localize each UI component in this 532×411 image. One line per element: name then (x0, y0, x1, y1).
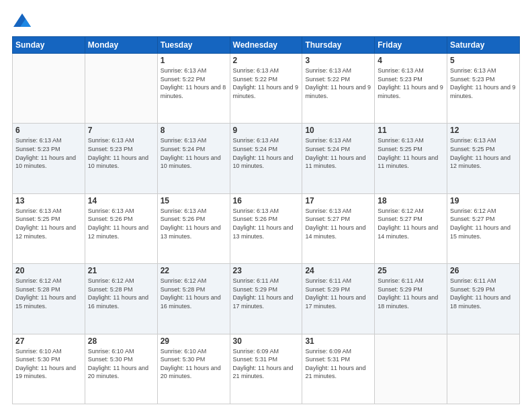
day-info: Sunrise: 6:12 AMSunset: 5:27 PMDaylight:… (378, 207, 444, 240)
logo (12, 12, 35, 31)
day-info: Sunrise: 6:10 AMSunset: 5:30 PMDaylight:… (161, 347, 227, 381)
day-info: Sunrise: 6:10 AMSunset: 5:30 PMDaylight:… (88, 347, 154, 381)
day-info: Sunrise: 6:13 AMSunset: 5:23 PMDaylight:… (15, 136, 82, 170)
calendar-cell: 25Sunrise: 6:11 AMSunset: 5:29 PMDayligh… (375, 264, 447, 334)
day-number: 31 (305, 336, 371, 346)
day-number: 27 (15, 336, 82, 346)
day-info: Sunrise: 6:13 AMSunset: 5:23 PMDaylight:… (450, 66, 517, 100)
logo-icon (12, 12, 32, 31)
calendar-cell (13, 54, 85, 124)
day-info: Sunrise: 6:13 AMSunset: 5:22 PMDaylight:… (161, 66, 227, 100)
day-number: 15 (161, 196, 227, 205)
day-info: Sunrise: 6:13 AMSunset: 5:24 PMDaylight:… (305, 136, 371, 170)
calendar-cell: 11Sunrise: 6:13 AMSunset: 5:25 PMDayligh… (375, 124, 447, 193)
day-info: Sunrise: 6:13 AMSunset: 5:22 PMDaylight:… (305, 66, 371, 100)
day-info: Sunrise: 6:09 AMSunset: 5:31 PMDaylight:… (305, 347, 371, 381)
day-info: Sunrise: 6:09 AMSunset: 5:31 PMDaylight:… (233, 347, 300, 381)
day-number: 19 (450, 196, 517, 205)
day-number: 22 (161, 266, 227, 275)
calendar-cell: 9Sunrise: 6:13 AMSunset: 5:24 PMDaylight… (230, 124, 302, 193)
calendar-header-monday: Monday (85, 37, 157, 54)
day-number: 24 (305, 266, 371, 275)
calendar-cell: 21Sunrise: 6:12 AMSunset: 5:28 PMDayligh… (85, 264, 157, 334)
calendar-header-saturday: Saturday (447, 37, 520, 54)
calendar-cell: 20Sunrise: 6:12 AMSunset: 5:28 PMDayligh… (13, 264, 85, 334)
day-info: Sunrise: 6:13 AMSunset: 5:25 PMDaylight:… (378, 136, 444, 170)
calendar-week-5: 27Sunrise: 6:10 AMSunset: 5:30 PMDayligh… (13, 334, 520, 404)
calendar-cell: 2Sunrise: 6:13 AMSunset: 5:22 PMDaylight… (230, 54, 302, 124)
day-number: 20 (15, 266, 82, 275)
day-info: Sunrise: 6:10 AMSunset: 5:30 PMDaylight:… (15, 347, 82, 381)
day-info: Sunrise: 6:13 AMSunset: 5:26 PMDaylight:… (161, 207, 227, 240)
day-info: Sunrise: 6:13 AMSunset: 5:22 PMDaylight:… (233, 66, 300, 100)
day-number: 10 (305, 126, 371, 135)
day-info: Sunrise: 6:12 AMSunset: 5:28 PMDaylight:… (15, 277, 82, 310)
day-number: 30 (233, 336, 300, 346)
calendar-cell: 26Sunrise: 6:11 AMSunset: 5:29 PMDayligh… (447, 264, 520, 334)
day-number: 26 (450, 266, 517, 275)
day-info: Sunrise: 6:13 AMSunset: 5:26 PMDaylight:… (233, 207, 300, 240)
calendar-cell (85, 54, 157, 124)
day-number: 21 (88, 266, 154, 275)
day-number: 12 (450, 126, 517, 135)
calendar-week-3: 13Sunrise: 6:13 AMSunset: 5:25 PMDayligh… (13, 193, 520, 263)
day-info: Sunrise: 6:12 AMSunset: 5:28 PMDaylight:… (88, 277, 154, 310)
calendar-week-1: 1Sunrise: 6:13 AMSunset: 5:22 PMDaylight… (13, 54, 520, 124)
calendar-cell: 1Sunrise: 6:13 AMSunset: 5:22 PMDaylight… (157, 54, 230, 124)
calendar-cell (447, 334, 520, 404)
day-number: 14 (88, 196, 154, 205)
day-number: 25 (378, 266, 444, 275)
calendar-cell: 13Sunrise: 6:13 AMSunset: 5:25 PMDayligh… (13, 193, 85, 263)
calendar-cell (375, 334, 447, 404)
calendar-cell: 10Sunrise: 6:13 AMSunset: 5:24 PMDayligh… (302, 124, 375, 193)
calendar-week-2: 6Sunrise: 6:13 AMSunset: 5:23 PMDaylight… (13, 124, 520, 193)
page: SundayMondayTuesdayWednesdayThursdayFrid… (0, 0, 532, 411)
calendar-header-row: SundayMondayTuesdayWednesdayThursdayFrid… (13, 37, 520, 54)
calendar-cell: 30Sunrise: 6:09 AMSunset: 5:31 PMDayligh… (230, 334, 302, 404)
calendar-header-sunday: Sunday (13, 37, 85, 54)
calendar-cell: 5Sunrise: 6:13 AMSunset: 5:23 PMDaylight… (447, 54, 520, 124)
calendar-cell: 3Sunrise: 6:13 AMSunset: 5:22 PMDaylight… (302, 54, 375, 124)
day-number: 1 (161, 56, 227, 65)
day-number: 9 (233, 126, 300, 135)
calendar-cell: 23Sunrise: 6:11 AMSunset: 5:29 PMDayligh… (230, 264, 302, 334)
calendar-week-4: 20Sunrise: 6:12 AMSunset: 5:28 PMDayligh… (13, 264, 520, 334)
day-number: 3 (305, 56, 371, 65)
day-number: 5 (450, 56, 517, 65)
day-number: 13 (15, 196, 82, 205)
calendar-cell: 12Sunrise: 6:13 AMSunset: 5:25 PMDayligh… (447, 124, 520, 193)
calendar-cell: 24Sunrise: 6:11 AMSunset: 5:29 PMDayligh… (302, 264, 375, 334)
day-info: Sunrise: 6:13 AMSunset: 5:24 PMDaylight:… (161, 136, 227, 170)
calendar-cell: 18Sunrise: 6:12 AMSunset: 5:27 PMDayligh… (375, 193, 447, 263)
day-number: 4 (378, 56, 444, 65)
calendar-cell: 14Sunrise: 6:13 AMSunset: 5:26 PMDayligh… (85, 193, 157, 263)
calendar-cell: 28Sunrise: 6:10 AMSunset: 5:30 PMDayligh… (85, 334, 157, 404)
day-info: Sunrise: 6:11 AMSunset: 5:29 PMDaylight:… (450, 277, 517, 310)
calendar-header-friday: Friday (375, 37, 447, 54)
day-info: Sunrise: 6:12 AMSunset: 5:28 PMDaylight:… (161, 277, 227, 310)
calendar-cell: 29Sunrise: 6:10 AMSunset: 5:30 PMDayligh… (157, 334, 230, 404)
calendar-cell: 8Sunrise: 6:13 AMSunset: 5:24 PMDaylight… (157, 124, 230, 193)
calendar-cell: 22Sunrise: 6:12 AMSunset: 5:28 PMDayligh… (157, 264, 230, 334)
calendar-header-tuesday: Tuesday (157, 37, 230, 54)
calendar-table: SundayMondayTuesdayWednesdayThursdayFrid… (12, 36, 520, 404)
day-number: 18 (378, 196, 444, 205)
day-info: Sunrise: 6:13 AMSunset: 5:26 PMDaylight:… (88, 207, 154, 240)
calendar-cell: 6Sunrise: 6:13 AMSunset: 5:23 PMDaylight… (13, 124, 85, 193)
day-number: 16 (233, 196, 300, 205)
day-info: Sunrise: 6:11 AMSunset: 5:29 PMDaylight:… (233, 277, 300, 310)
calendar-cell: 16Sunrise: 6:13 AMSunset: 5:26 PMDayligh… (230, 193, 302, 263)
day-number: 11 (378, 126, 444, 135)
day-info: Sunrise: 6:13 AMSunset: 5:25 PMDaylight:… (450, 136, 517, 170)
calendar-header-wednesday: Wednesday (230, 37, 302, 54)
day-info: Sunrise: 6:11 AMSunset: 5:29 PMDaylight:… (305, 277, 371, 310)
day-number: 2 (233, 56, 300, 65)
day-info: Sunrise: 6:11 AMSunset: 5:29 PMDaylight:… (378, 277, 444, 310)
day-number: 29 (161, 336, 227, 346)
day-info: Sunrise: 6:13 AMSunset: 5:24 PMDaylight:… (233, 136, 300, 170)
day-info: Sunrise: 6:13 AMSunset: 5:27 PMDaylight:… (305, 207, 371, 240)
day-number: 23 (233, 266, 300, 275)
calendar-cell: 4Sunrise: 6:13 AMSunset: 5:23 PMDaylight… (375, 54, 447, 124)
calendar-cell: 15Sunrise: 6:13 AMSunset: 5:26 PMDayligh… (157, 193, 230, 263)
calendar-cell: 7Sunrise: 6:13 AMSunset: 5:23 PMDaylight… (85, 124, 157, 193)
